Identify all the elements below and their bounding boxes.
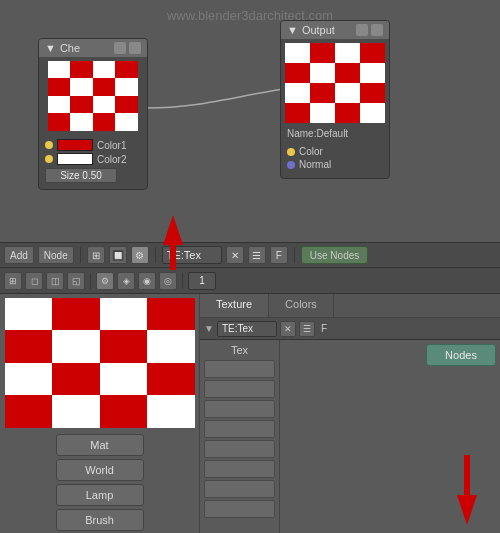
toolbar-separator3	[294, 247, 295, 263]
material-icon[interactable]: ◉	[138, 272, 156, 290]
output-header-triangle: ▼	[287, 24, 298, 36]
toolbar-icon2[interactable]: 🔲	[109, 246, 127, 264]
svg-rect-32	[335, 103, 360, 123]
use-nodes-button[interactable]: Use Nodes	[301, 246, 368, 264]
checker-node: ▼ Che	[38, 38, 148, 190]
svg-rect-45	[52, 363, 100, 395]
svg-rect-29	[360, 83, 385, 103]
output-normal-row: Normal	[287, 159, 383, 170]
tex-slot-5[interactable]	[204, 440, 275, 458]
render-icon[interactable]: ◈	[117, 272, 135, 290]
tex-slot-3[interactable]	[204, 400, 275, 418]
view-icon2[interactable]: ◻	[25, 272, 43, 290]
svg-rect-46	[100, 363, 147, 395]
svg-rect-40	[5, 330, 52, 363]
toolbar-browse-icon[interactable]: ☰	[248, 246, 266, 264]
sub-te-tex-input[interactable]	[217, 321, 277, 337]
tex-slot-4[interactable]	[204, 420, 275, 438]
sub-x-icon[interactable]: ✕	[280, 321, 296, 337]
svg-marker-52	[457, 455, 477, 525]
output-name-label: Name:Default	[281, 127, 389, 142]
output-node-icon2[interactable]	[371, 24, 383, 36]
output-color-label: Color	[299, 146, 323, 157]
tex-slot-7[interactable]	[204, 480, 275, 498]
svg-rect-7	[93, 78, 115, 96]
color2-row: Color2	[45, 153, 141, 165]
svg-rect-41	[52, 330, 100, 363]
svg-rect-44	[5, 363, 52, 395]
lamp-button[interactable]: Lamp	[56, 484, 144, 506]
svg-rect-49	[52, 395, 100, 428]
svg-rect-11	[93, 96, 115, 113]
svg-rect-48	[5, 395, 52, 428]
f-button[interactable]: F	[270, 246, 288, 264]
svg-rect-22	[285, 63, 310, 83]
mat-button[interactable]: Mat	[56, 434, 144, 456]
toolbar-icon1[interactable]: ⊞	[87, 246, 105, 264]
output-node-icon1[interactable]	[356, 24, 368, 36]
lamp-icon[interactable]: ◎	[159, 272, 177, 290]
tab-texture[interactable]: Texture	[200, 294, 269, 317]
svg-rect-20	[335, 43, 360, 63]
svg-rect-37	[52, 298, 100, 330]
right-panel: Texture Colors ▼ ✕ ☰ F Tex	[200, 294, 500, 533]
add-button[interactable]: Add	[4, 246, 34, 264]
svg-rect-26	[285, 83, 310, 103]
world-button[interactable]: World	[56, 459, 144, 481]
checker-node-title: Che	[60, 42, 80, 54]
checker-node-inputs: Color1 Color2 Size 0.50	[39, 135, 147, 189]
svg-rect-16	[115, 113, 138, 131]
output-normal-socket	[287, 161, 295, 169]
tex-slot-6[interactable]	[204, 460, 275, 478]
color1-swatch[interactable]	[57, 139, 93, 151]
svg-rect-23	[310, 63, 335, 83]
second-toolbar: ⊞ ◻ ◫ ◱ ⚙ ◈ ◉ ◎	[0, 268, 500, 294]
sub-f-label[interactable]: F	[318, 323, 330, 334]
output-node: ▼ Output Name:Defau	[280, 20, 390, 179]
sub-browse-icon[interactable]: ☰	[299, 321, 315, 337]
sub-toolbar: ▼ ✕ ☰ F	[200, 318, 500, 340]
svg-rect-38	[100, 298, 147, 330]
color2-label: Color2	[97, 154, 126, 165]
num-field[interactable]	[188, 272, 216, 290]
brush-button[interactable]: Brush	[56, 509, 144, 531]
view-icon4[interactable]: ◱	[67, 272, 85, 290]
tab-colors[interactable]: Colors	[269, 294, 334, 317]
tex-slot-1[interactable]	[204, 360, 275, 378]
tex-slot-8[interactable]	[204, 500, 275, 518]
color2-swatch[interactable]	[57, 153, 93, 165]
toolbar-x-icon[interactable]: ✕	[226, 246, 244, 264]
left-panel: Mat World Lamp Brush Alpha Default Vars	[0, 294, 200, 533]
svg-rect-47	[147, 363, 195, 395]
output-color-socket	[287, 148, 295, 156]
tex-slot-2[interactable]	[204, 380, 275, 398]
svg-rect-9	[48, 96, 70, 113]
checker-node-icon1[interactable]	[114, 42, 126, 54]
svg-rect-15	[93, 113, 115, 131]
settings-icon[interactable]: ⚙	[96, 272, 114, 290]
svg-marker-34	[163, 215, 183, 270]
size-field[interactable]: Size 0.50	[45, 168, 117, 183]
svg-rect-6	[70, 78, 93, 96]
output-normal-label: Normal	[299, 159, 331, 170]
large-checker-preview	[5, 298, 195, 428]
output-node-preview	[285, 43, 385, 123]
svg-rect-30	[285, 103, 310, 123]
bottom-section: Mat World Lamp Brush Alpha Default Vars …	[0, 294, 500, 533]
svg-rect-19	[310, 43, 335, 63]
sub-triangle: ▼	[204, 323, 214, 334]
checker-node-preview	[48, 61, 138, 131]
svg-rect-1	[48, 61, 70, 78]
nodes-button[interactable]: Nodes	[426, 344, 496, 366]
view-icon3[interactable]: ◫	[46, 272, 64, 290]
output-color-row: Color	[287, 146, 383, 157]
checker-node-icon2[interactable]	[129, 42, 141, 54]
view-icon1[interactable]: ⊞	[4, 272, 22, 290]
svg-rect-12	[115, 96, 138, 113]
svg-rect-2	[70, 61, 93, 78]
svg-rect-51	[147, 395, 195, 428]
node-button[interactable]: Node	[38, 246, 74, 264]
toolbar-icon3[interactable]: ⚙	[131, 246, 149, 264]
svg-rect-18	[285, 43, 310, 63]
content-area: Tex Nodes	[200, 340, 500, 533]
